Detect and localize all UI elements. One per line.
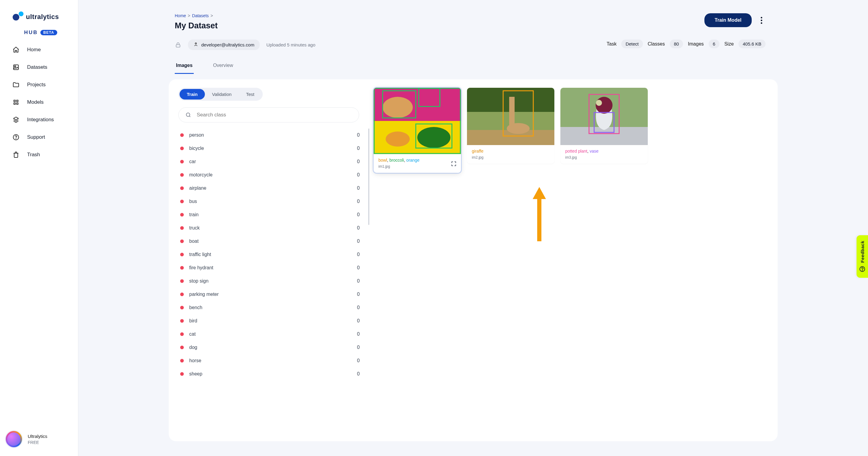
class-count: 0 <box>357 292 360 297</box>
svg-rect-0 <box>13 65 19 70</box>
class-name: bicycle <box>189 146 204 151</box>
crumb-sep: > <box>211 13 213 18</box>
svg-point-26 <box>507 123 530 134</box>
class-row[interactable]: bicycle0 <box>178 142 365 155</box>
svg-point-35 <box>862 270 862 270</box>
class-count: 0 <box>357 358 360 363</box>
class-row[interactable]: bus0 <box>178 195 365 208</box>
image-card[interactable]: potted plant, vase im3.jpg <box>560 88 648 164</box>
sidebar-item-support[interactable]: Support <box>12 133 78 141</box>
sidebar-item-label: Models <box>27 99 44 105</box>
svg-rect-4 <box>14 103 16 104</box>
class-search[interactable] <box>178 107 359 122</box>
more-menu-button[interactable] <box>757 16 766 24</box>
class-color-dot <box>180 346 184 349</box>
integrations-icon <box>12 116 20 124</box>
brand-block: ultralytics <box>0 0 78 28</box>
svg-point-7 <box>16 138 16 139</box>
user-block[interactable]: Ultralytics FREE <box>5 430 47 448</box>
class-color-dot <box>180 292 184 296</box>
brand-logo-icon <box>13 11 24 22</box>
sidebar-nav: HomeDatasetsProjectsModelsIntegrationsSu… <box>0 36 78 159</box>
class-color-dot <box>180 306 184 309</box>
crumb-datasets[interactable]: Datasets <box>192 13 209 18</box>
class-row[interactable]: traffic light0 <box>178 248 365 261</box>
datasets-icon <box>12 63 20 71</box>
class-row[interactable]: horse0 <box>178 354 365 367</box>
class-row[interactable]: train0 <box>178 208 365 221</box>
split-val-button[interactable]: Validation <box>205 89 239 99</box>
stat-images-label: Images <box>688 41 704 47</box>
user-plan: FREE <box>28 440 47 445</box>
class-color-dot <box>180 253 184 256</box>
main: Home > Datasets > My Dataset Train Model <box>78 0 868 456</box>
sidebar-item-label: Integrations <box>27 117 54 123</box>
image-thumb <box>374 88 461 154</box>
svg-point-31 <box>596 100 602 106</box>
class-name: stop sign <box>189 278 209 284</box>
class-count: 0 <box>357 146 360 151</box>
class-name: parking meter <box>189 292 219 297</box>
stat-classes-value: 80 <box>670 39 683 48</box>
search-input[interactable] <box>197 112 352 118</box>
class-row[interactable]: person0 <box>178 129 365 142</box>
feedback-icon <box>859 266 866 272</box>
svg-rect-3 <box>17 100 18 102</box>
tab-overview[interactable]: Overview <box>212 59 235 74</box>
split-test-button[interactable]: Test <box>239 89 262 99</box>
class-count: 0 <box>357 318 360 323</box>
class-color-dot <box>180 187 184 190</box>
svg-rect-5 <box>17 103 18 104</box>
class-name: traffic light <box>189 252 211 257</box>
class-row[interactable]: car0 <box>178 155 365 168</box>
user-name: Ultralytics <box>28 434 47 439</box>
image-labels: bowl, broccoli, orange <box>378 158 456 163</box>
expand-icon[interactable] <box>451 161 457 167</box>
class-row[interactable]: sheep0 <box>178 367 365 380</box>
sidebar-item-integrations[interactable]: Integrations <box>12 116 78 124</box>
class-row[interactable]: fire hydrant0 <box>178 261 365 275</box>
class-row[interactable]: bench0 <box>178 301 365 314</box>
feedback-button[interactable]: Feedback <box>857 235 868 278</box>
split-train-button[interactable]: Train <box>180 89 205 99</box>
image-card[interactable]: bowl, broccoli, orange im1.jpg <box>374 88 461 173</box>
class-row[interactable]: airplane0 <box>178 181 365 195</box>
owner-email: developer@ultralytics.com <box>201 42 254 47</box>
content-card: TrainValidationTest person0bicycle0car0m… <box>169 79 778 441</box>
beta-badge: BETA <box>40 30 57 35</box>
trash-icon <box>12 151 20 159</box>
sidebar-item-datasets[interactable]: Datasets <box>12 63 78 71</box>
sidebar-item-home[interactable]: Home <box>12 46 78 54</box>
owner-chip[interactable]: developer@ultralytics.com <box>188 39 260 50</box>
image-filename: im3.jpg <box>565 155 643 160</box>
sidebar-item-projects[interactable]: Projects <box>12 81 78 89</box>
class-row[interactable]: motorcycle0 <box>178 168 365 181</box>
class-list[interactable]: person0bicycle0car0motorcycle0airplane0b… <box>178 129 365 380</box>
home-icon <box>12 46 20 54</box>
sidebar-item-trash[interactable]: Trash <box>12 151 78 159</box>
class-count: 0 <box>357 278 360 284</box>
class-row[interactable]: parking meter0 <box>178 288 365 301</box>
class-row[interactable]: stop sign0 <box>178 275 365 288</box>
class-color-dot <box>180 173 184 177</box>
image-card[interactable]: giraffe im2.jpg <box>467 88 554 164</box>
train-model-button[interactable]: Train Model <box>704 13 752 27</box>
class-row[interactable]: boat0 <box>178 235 365 248</box>
class-row[interactable]: dog0 <box>178 341 365 354</box>
class-count: 0 <box>357 305 360 310</box>
image-filename: im1.jpg <box>378 164 456 169</box>
class-count: 0 <box>357 265 360 270</box>
class-name: fire hydrant <box>189 265 213 270</box>
stat-size-label: Size <box>724 41 734 47</box>
class-count: 0 <box>357 225 360 231</box>
class-row[interactable]: bird0 <box>178 314 365 327</box>
class-panel: TrainValidationTest person0bicycle0car0m… <box>178 88 365 429</box>
class-color-dot <box>180 332 184 336</box>
class-row[interactable]: cat0 <box>178 327 365 341</box>
class-row[interactable]: truck0 <box>178 221 365 235</box>
svg-point-10 <box>186 113 190 116</box>
sidebar-item-models[interactable]: Models <box>12 98 78 106</box>
crumb-home[interactable]: Home <box>175 13 186 18</box>
tab-images[interactable]: Images <box>175 59 194 74</box>
svg-point-16 <box>385 132 410 147</box>
